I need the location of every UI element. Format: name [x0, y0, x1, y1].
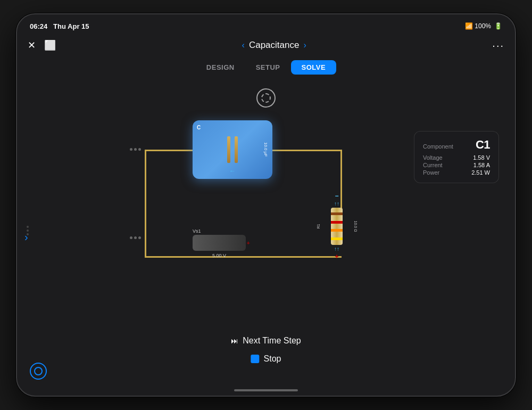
info-current-label: Current: [423, 162, 443, 168]
resistor-top-arrows: ↑↑: [334, 201, 339, 207]
info-power-value: 2.51 W: [471, 169, 490, 176]
circuit-container: C 10.0 µF ← − ↑↑ R1: [145, 120, 347, 291]
more-button[interactable]: ···: [492, 39, 504, 52]
voltage-source-plus: +: [247, 240, 250, 246]
home-indicator: [234, 389, 298, 391]
info-power-label: Power: [423, 169, 439, 176]
info-panel: Component C1 Voltage 1.58 V Current 1.58…: [414, 131, 499, 183]
info-component-label: Component: [423, 143, 453, 150]
ar-icon[interactable]: [256, 88, 276, 108]
nav-left: ✕ ⬜: [28, 39, 56, 51]
tabs-bar: DESIGN SETUP SOLVE: [17, 57, 515, 78]
info-row-power: Power 2.51 W: [423, 169, 490, 176]
capacitor-inner: C 10.0 µF ←: [193, 120, 272, 179]
date: Thu Apr 15: [53, 22, 89, 30]
wire-left-top: [145, 150, 195, 151]
capacitor-component[interactable]: C 10.0 µF ←: [193, 120, 272, 179]
nav-bar: ✕ ⬜ ‹ Capacitance › ···: [17, 34, 515, 57]
plate-left: [227, 136, 230, 163]
resistor-band-4: [331, 237, 343, 240]
resistor-band-3: [331, 229, 343, 232]
resistor-component[interactable]: − ↑↑ R1 10.0 Ω ↑↑ +: [331, 192, 343, 260]
resistor-value: 10.0 Ω: [354, 221, 358, 232]
resistor-plus-terminal: +: [335, 253, 338, 260]
nav-title: Capacitance: [249, 40, 300, 51]
tablet-frame: 06:24 Thu Apr 15 📶 100% 🔋 ✕ ⬜ ‹ Capacita…: [16, 13, 516, 397]
status-bar: 06:24 Thu Apr 15 📶 100% 🔋: [17, 14, 515, 34]
info-voltage-value: 1.58 V: [473, 154, 490, 161]
info-component-row: Component C1: [423, 138, 490, 152]
info-component-name: C1: [476, 138, 490, 152]
stop-button[interactable]: Stop: [251, 354, 281, 364]
next-time-step-button[interactable]: ⏭ Next Time Step: [231, 336, 301, 346]
sidebar-toggle[interactable]: ›: [24, 231, 28, 243]
resistor-minus-terminal: −: [335, 192, 338, 200]
capacitor-label: C: [197, 125, 201, 130]
stop-square-icon: [251, 355, 260, 363]
stop-label: Stop: [264, 354, 281, 364]
resistor-body: R1 10.0 Ω: [331, 208, 343, 245]
resistor-label: R1: [317, 224, 320, 229]
power-icon[interactable]: [30, 363, 47, 380]
voltage-source-body: Vs1 +: [193, 235, 246, 251]
prev-chevron-icon[interactable]: ‹: [242, 40, 245, 50]
wire-left-vertical: [145, 150, 146, 256]
bottom-controls: ⏭ Next Time Step Stop: [231, 336, 301, 364]
voltage-source-label: Vs1: [193, 228, 201, 234]
capacitor-plates: [227, 136, 238, 163]
status-right: 📶 100% 🔋: [465, 22, 502, 30]
next-step-icon: ⏭: [231, 337, 238, 345]
voltage-source-component[interactable]: Vs1 + 5.00 V: [193, 235, 246, 258]
wifi-icon: 📶 100%: [465, 22, 491, 30]
resistor-band-2: [331, 221, 343, 224]
tab-design[interactable]: DESIGN: [196, 60, 245, 75]
tab-solve[interactable]: SOLVE: [291, 60, 337, 75]
battery-icon: 🔋: [494, 22, 502, 30]
capacitor-value: 10.0 µF: [263, 142, 268, 157]
info-row-current: Current 1.58 A: [423, 161, 490, 169]
connector-left-cap: [130, 148, 141, 151]
plate-right: [235, 136, 238, 163]
voltage-source-value: 5.00 V: [212, 253, 226, 258]
info-current-value: 1.58 A: [473, 162, 490, 168]
connector-left-vs: [130, 236, 141, 239]
resistor-band-1: [331, 212, 343, 215]
next-step-label: Next Time Step: [243, 336, 301, 346]
close-button[interactable]: ✕: [28, 39, 36, 51]
capacitor-arrows: ←: [229, 167, 236, 175]
layout-button[interactable]: ⬜: [44, 39, 56, 51]
status-time: 06:24 Thu Apr 15: [30, 22, 89, 30]
nav-center: ‹ Capacitance ›: [242, 40, 306, 51]
resistor-bottom-arrows: ↑↑: [334, 246, 339, 252]
info-voltage-label: Voltage: [423, 154, 443, 161]
tab-setup[interactable]: SETUP: [245, 60, 291, 75]
info-row-voltage: Voltage 1.58 V: [423, 154, 490, 161]
time: 06:24: [30, 22, 47, 30]
next-chevron-icon[interactable]: ›: [303, 40, 306, 50]
main-canvas: › C: [17, 78, 515, 396]
wire-top: [272, 150, 342, 151]
